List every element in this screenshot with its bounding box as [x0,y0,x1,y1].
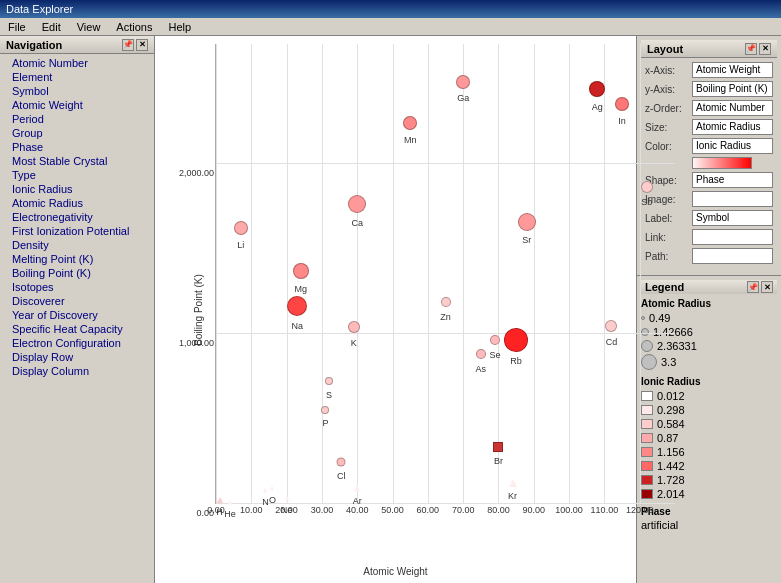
layout-pin-btn[interactable]: 📌 [745,43,757,55]
yaxis-value[interactable]: Boiling Point (K) [692,81,773,97]
label-value[interactable]: Symbol [692,210,773,226]
data-point-mg[interactable] [293,263,309,279]
data-label-na: Na [291,321,303,331]
chart-area[interactable]: Boiling Point (K) 0.001,000.002,000.000.… [155,36,636,583]
link-value[interactable] [692,229,773,245]
data-point-in[interactable] [615,97,629,111]
nav-close-btn[interactable]: ✕ [136,39,148,51]
legend-close-btn[interactable]: ✕ [761,281,773,293]
data-point-h[interactable] [217,497,223,503]
data-label-h: H [216,507,223,517]
grid-line-v [393,44,394,503]
nav-item-phase[interactable]: Phase [0,140,154,154]
menu-file[interactable]: File [4,20,30,34]
left-panel: Navigation 📌 ✕ Atomic NumberElementSymbo… [0,36,155,583]
path-value[interactable] [692,248,773,264]
data-point-kr[interactable] [509,479,517,487]
tick-y-1000: 1,000.00 [179,338,214,348]
nav-item-atomic-number[interactable]: Atomic Number [0,56,154,70]
data-point-se[interactable] [490,335,500,345]
data-point-o[interactable] [270,485,274,490]
data-point-p[interactable] [321,406,329,414]
data-point-s[interactable] [325,377,333,385]
nav-item-density[interactable]: Density [0,238,154,252]
color-gradient [692,157,752,169]
data-label-ag: Ag [592,102,603,112]
color-value[interactable]: Ionic Radius [692,138,773,154]
tick-x-70: 70.00 [452,505,475,515]
image-value[interactable] [692,191,773,207]
data-point-rb[interactable] [504,328,528,352]
data-label-as: As [476,364,487,374]
data-point-he[interactable] [228,500,232,505]
nav-item-display-row[interactable]: Display Row [0,350,154,364]
main-content: Navigation 📌 ✕ Atomic NumberElementSymbo… [0,36,781,583]
tick-x-120: 120.00 [626,505,654,515]
data-label-br: Br [494,456,503,466]
nav-item-period[interactable]: Period [0,112,154,126]
nav-item-symbol[interactable]: Symbol [0,84,154,98]
nav-item-melting-point-(k)[interactable]: Melting Point (K) [0,252,154,266]
nav-item-year-of-discovery[interactable]: Year of Discovery [0,308,154,322]
data-point-mn[interactable] [403,116,417,130]
data-label-kr: Kr [508,491,517,501]
data-point-n[interactable] [263,487,267,492]
data-point-sb[interactable] [641,181,653,193]
layout-close-btn[interactable]: ✕ [759,43,771,55]
phase-label-artificial: artificial [641,519,678,531]
data-label-rb: Rb [510,356,522,366]
data-label-cd: Cd [606,337,618,347]
nav-item-discoverer[interactable]: Discoverer [0,294,154,308]
data-point-ga[interactable] [456,75,470,89]
tick-x-90: 90.00 [523,505,546,515]
nav-item-electron-configuration[interactable]: Electron Configuration [0,336,154,350]
data-point-sr[interactable] [518,213,536,231]
shape-value[interactable]: Phase [692,172,773,188]
grid-line-v [216,44,217,503]
data-point-cd[interactable] [605,320,617,332]
data-label-n: N [262,497,269,507]
y-axis-label: Boiling Point (K) [193,274,204,346]
nav-item-atomic-radius[interactable]: Atomic Radius [0,196,154,210]
nav-item-electronegativity[interactable]: Electronegativity [0,210,154,224]
data-label-zn: Zn [440,312,451,322]
menu-actions[interactable]: Actions [112,20,156,34]
nav-item-element[interactable]: Element [0,70,154,84]
data-point-li[interactable] [234,221,248,235]
data-point-ca[interactable] [348,195,366,213]
menu-view[interactable]: View [73,20,105,34]
nav-item-atomic-weight[interactable]: Atomic Weight [0,98,154,112]
data-point-ne[interactable] [285,496,289,501]
nav-title: Navigation [6,39,62,51]
nav-item-first-ionization-potential[interactable]: First Ionization Potential [0,224,154,238]
data-point-ag[interactable] [589,81,605,97]
data-label-ne: Ne [281,505,293,515]
data-point-as[interactable] [476,349,486,359]
nav-item-type[interactable]: Type [0,168,154,182]
tick-x-40: 40.00 [346,505,369,515]
nav-item-ionic-radius[interactable]: Ionic Radius [0,182,154,196]
data-label-in: In [618,116,626,126]
nav-list: Atomic NumberElementSymbolAtomic WeightP… [0,54,154,583]
nav-item-specific-heat-capacity[interactable]: Specific Heat Capacity [0,322,154,336]
data-point-br[interactable] [493,442,503,452]
menu-help[interactable]: Help [164,20,195,34]
nav-item-boiling-point-(k)[interactable]: Boiling Point (K) [0,266,154,280]
size-value[interactable]: Atomic Radius [692,119,773,135]
menu-edit[interactable]: Edit [38,20,65,34]
nav-item-group[interactable]: Group [0,126,154,140]
nav-pin-btn[interactable]: 📌 [122,39,134,51]
legend-pin-btn[interactable]: 📌 [747,281,759,293]
data-point-cl[interactable] [337,458,346,467]
nav-item-display-column[interactable]: Display Column [0,364,154,378]
zorder-value[interactable]: Atomic Number [692,100,773,116]
grid-line-v [287,44,288,503]
data-point-ar[interactable] [354,485,360,492]
nav-item-isotopes[interactable]: Isotopes [0,280,154,294]
data-point-na[interactable] [287,296,307,316]
data-point-k[interactable] [348,321,360,333]
data-label-sr: Sr [522,235,531,245]
data-point-zn[interactable] [441,297,451,307]
xaxis-value[interactable]: Atomic Weight [692,62,773,78]
nav-item-most-stable-crystal[interactable]: Most Stable Crystal [0,154,154,168]
